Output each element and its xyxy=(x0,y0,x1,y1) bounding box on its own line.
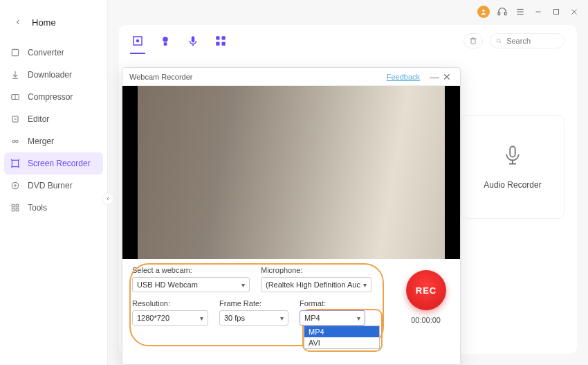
webcam-select-label: Select a webcam: xyxy=(132,266,250,274)
format-option-avi[interactable]: AVI xyxy=(304,337,379,348)
chevron-down-icon: ▾ xyxy=(200,314,203,322)
record-button[interactable]: REC xyxy=(406,270,446,310)
svg-rect-31 xyxy=(222,42,226,46)
svg-rect-35 xyxy=(510,146,515,157)
svg-line-34 xyxy=(500,42,502,43)
modal-title: Webcam Recorder xyxy=(129,73,193,81)
sidebar-item-converter[interactable]: Converter xyxy=(0,42,107,64)
svg-point-24 xyxy=(163,37,168,42)
svg-rect-8 xyxy=(12,204,15,207)
resolution-select-value: 1280*720 xyxy=(137,314,169,322)
sidebar-item-screen-recorder[interactable]: Screen Recorder xyxy=(4,152,103,175)
svg-rect-0 xyxy=(12,49,18,55)
grid-icon xyxy=(10,202,21,213)
framerate-select-value: 30 fps xyxy=(224,314,245,322)
modal-titlebar[interactable]: Webcam Recorder Feedback — ✕ xyxy=(122,68,460,86)
sidebar-item-dvd-burner[interactable]: DVD Burner xyxy=(0,175,107,197)
trash-button[interactable] xyxy=(463,33,483,48)
svg-rect-28 xyxy=(216,36,219,39)
avatar[interactable] xyxy=(477,6,490,18)
svg-rect-14 xyxy=(504,12,506,15)
resolution-select[interactable]: 1280*720 ▾ xyxy=(132,310,208,326)
sidebar-item-tools[interactable]: Tools xyxy=(0,197,107,219)
feedback-link[interactable]: Feedback xyxy=(387,73,420,81)
mode-apps-icon[interactable] xyxy=(214,35,227,47)
svg-rect-13 xyxy=(498,12,500,15)
menu-icon[interactable] xyxy=(515,6,526,17)
svg-rect-5 xyxy=(12,160,18,166)
modal-minimize-icon[interactable]: — xyxy=(428,71,441,82)
svg-rect-26 xyxy=(192,36,195,42)
svg-rect-32 xyxy=(471,39,475,44)
audio-recorder-card[interactable]: Audio Recorder xyxy=(461,115,564,219)
svg-rect-9 xyxy=(16,204,19,207)
sidebar-collapse-handle[interactable] xyxy=(102,193,114,205)
editor-icon xyxy=(10,114,21,125)
webcam-preview xyxy=(122,86,460,259)
format-select[interactable]: MP4 ▾ xyxy=(300,310,365,326)
sidebar-item-compressor[interactable]: Compressor xyxy=(0,86,107,108)
nav-list: Converter Downloader Compressor Editor M… xyxy=(0,42,107,219)
microphone-select-label: Microphone: xyxy=(261,266,371,274)
topbar xyxy=(108,0,588,21)
framerate-select-label: Frame Rate: xyxy=(219,299,288,308)
svg-rect-29 xyxy=(222,36,226,39)
resolution-select-label: Resolution: xyxy=(132,299,208,308)
svg-point-12 xyxy=(482,10,484,12)
svg-rect-19 xyxy=(554,10,559,15)
sidebar-item-label: Converter xyxy=(28,48,64,57)
svg-point-33 xyxy=(497,39,501,42)
record-button-label: REC xyxy=(416,285,437,296)
svg-point-4 xyxy=(16,140,18,143)
chevron-down-icon: ▾ xyxy=(357,314,360,322)
chevron-down-icon: ▾ xyxy=(280,314,284,322)
converter-icon xyxy=(10,47,21,58)
sidebar-item-merger[interactable]: Merger xyxy=(0,130,107,152)
window-maximize-icon[interactable] xyxy=(551,6,562,17)
disc-icon xyxy=(10,180,21,191)
back-button[interactable] xyxy=(11,15,25,29)
headset-icon[interactable] xyxy=(497,6,508,17)
sidebar-item-label: Editor xyxy=(28,114,49,124)
svg-point-23 xyxy=(137,40,139,42)
svg-point-3 xyxy=(12,140,15,143)
webcam-select-value: USB HD Webcam xyxy=(137,281,198,289)
window-close-icon[interactable] xyxy=(569,6,580,17)
sidebar-item-label: Screen Recorder xyxy=(28,159,91,168)
svg-point-6 xyxy=(12,182,18,188)
download-icon xyxy=(10,69,21,80)
screen-recorder-icon xyxy=(10,158,21,169)
compressor-icon xyxy=(10,91,21,103)
microphone-select[interactable]: (Realtek High Definition Auc ▾ xyxy=(261,277,371,292)
sidebar-item-editor[interactable]: Editor xyxy=(0,108,107,130)
search-box[interactable] xyxy=(490,33,564,48)
chevron-down-icon: ▾ xyxy=(363,281,367,289)
mode-toolbar xyxy=(119,25,577,57)
format-select-value: MP4 xyxy=(304,314,320,322)
format-select-label: Format: xyxy=(300,299,365,308)
format-option-mp4[interactable]: MP4 xyxy=(304,326,379,337)
sidebar: Home Converter Downloader Compressor Edi… xyxy=(0,0,108,365)
format-dropdown[interactable]: MP4 AVI xyxy=(304,326,380,349)
search-input[interactable] xyxy=(506,37,558,45)
search-icon xyxy=(496,37,502,45)
sidebar-item-downloader[interactable]: Downloader xyxy=(0,64,107,86)
svg-rect-30 xyxy=(216,42,219,46)
svg-rect-25 xyxy=(164,42,167,46)
audio-recorder-label: Audio Recorder xyxy=(484,180,541,190)
sidebar-item-label: Tools xyxy=(28,203,47,213)
modal-close-icon[interactable]: ✕ xyxy=(441,71,453,82)
window-minimize-icon[interactable] xyxy=(533,6,544,17)
framerate-select[interactable]: 30 fps ▾ xyxy=(219,310,288,326)
mode-screen-icon[interactable] xyxy=(131,35,144,47)
sidebar-item-label: DVD Burner xyxy=(28,181,73,190)
svg-point-7 xyxy=(15,185,16,186)
sidebar-item-label: Merger xyxy=(28,136,54,146)
merger-icon xyxy=(10,136,21,147)
timer-display: 00:00:00 xyxy=(411,316,441,324)
sidebar-item-label: Compressor xyxy=(28,92,73,102)
mode-webcam-icon[interactable] xyxy=(159,35,172,47)
webcam-select[interactable]: USB HD Webcam ▾ xyxy=(132,277,250,292)
mode-audio-icon[interactable] xyxy=(187,35,199,47)
controls-area: Select a webcam: USB HD Webcam ▾ Microph… xyxy=(122,259,460,364)
